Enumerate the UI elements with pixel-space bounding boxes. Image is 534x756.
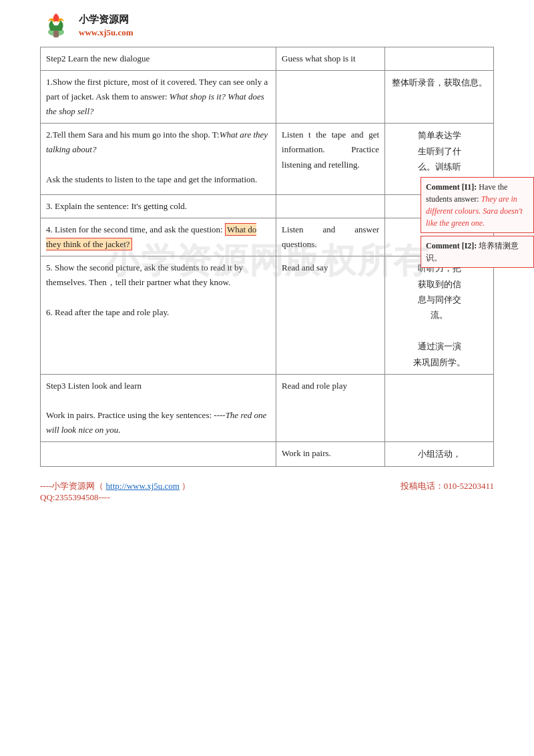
empty-mid-4 (276, 194, 385, 218)
logo-icon (40, 12, 72, 40)
logo-text-block: 小学资源网 www.xj5u.com (79, 13, 134, 39)
table-row: Step3 Listen look and learn Work in pair… (41, 374, 494, 441)
footer-phone-text: 投稿电话：010-52203411 (400, 481, 494, 491)
table-row: 1.Show the first picture, most of it cov… (41, 71, 494, 124)
footer-qq-text: QQ:2355394508---- (40, 492, 110, 502)
footer-url-link[interactable]: http://www.xj5u.com (106, 481, 180, 491)
chinese-group-activity: 小组活动， (385, 442, 494, 466)
read-role-play-cell: Read and role play (276, 374, 385, 441)
explain-sentence-cell: 3. Explain the sentence: It's getting co… (41, 194, 276, 218)
empty-right-7 (385, 374, 494, 441)
table-row: Step2 Learn the new dialogue Guess what … (41, 47, 494, 71)
footer-left-end: ） (182, 481, 190, 491)
comment-1-label: Comment [I1]: (426, 182, 477, 192)
chinese-listen-info: 听听力，把获取到的信息与同伴交流。 通过演一演来巩固所学。 (385, 256, 494, 375)
step2-label: Step2 Learn the new dialogue (41, 47, 276, 71)
empty-left-8 (41, 442, 276, 466)
footer: ----小学资源网（ http://www.xj5u.com ） QQ:2355… (0, 472, 534, 508)
listen-tape-cell: Listen t the tape and get information. P… (276, 124, 385, 195)
header: 小学资源网 www.xj5u.com (0, 0, 534, 47)
empty-right-1 (385, 47, 494, 71)
red-one-italic: The red one will look nice on you. (46, 410, 266, 435)
work-pairs-cell: Work in pairs. (276, 442, 385, 466)
table-row: 5. Show the second picture, ask the stud… (41, 256, 494, 375)
listen-second-cell: 4. Listen for the second time, and ask t… (41, 218, 276, 256)
page: 小学资源网 www.xj5u.com 小学资源网版权所有 Comment [I1… (0, 0, 534, 756)
listen-answer-cell: Listen and answer questions. (276, 218, 385, 256)
empty-mid-2 (276, 71, 385, 124)
logo-title: 小学资源网 (79, 13, 134, 27)
table-row: Work in pairs. 小组活动， (41, 442, 494, 466)
show-picture-cell: 1.Show the first picture, most of it cov… (41, 71, 276, 124)
logo-url: www.xj5u.com (79, 27, 134, 39)
chinese-listen-record: 整体听录音，获取信息。 (385, 71, 494, 124)
comment-panel: Comment [I1]: Have the students answer: … (421, 177, 534, 268)
main-area: 小学资源网版权所有 Comment [I1]: Have the student… (0, 47, 534, 467)
footer-left: ----小学资源网（ http://www.xj5u.com ） QQ:2355… (40, 480, 190, 503)
read-say-cell: Read and say (276, 256, 385, 375)
step3-cell: Step3 Listen look and learn Work in pair… (41, 374, 276, 441)
show-second-picture-cell: 5. Show the second picture, ask the stud… (41, 256, 276, 375)
jacket-question-highlight: What do they think of the jacket? (46, 223, 256, 250)
what-shop-italic: What shop is it? What does the shop sell… (46, 91, 264, 116)
tell-sara-cell: 2.Tell them Sara and his mum go into the… (41, 124, 276, 195)
svg-rect-1 (53, 31, 59, 37)
footer-left-text: ----小学资源网（ (40, 481, 103, 491)
comment-box-2: Comment [I2]: 培养猜测意识。 (421, 236, 534, 268)
comment-box-1: Comment [I1]: Have the students answer: … (421, 177, 534, 233)
comment-2-label: Comment [I2]: (426, 241, 477, 250)
guess-shop-text: Guess what shop is it (282, 53, 356, 63)
guess-shop-cell: Guess what shop is it (276, 47, 385, 71)
footer-right: 投稿电话：010-52203411 (400, 480, 494, 503)
what-talking-italic: What are they talking about? (46, 130, 268, 154)
